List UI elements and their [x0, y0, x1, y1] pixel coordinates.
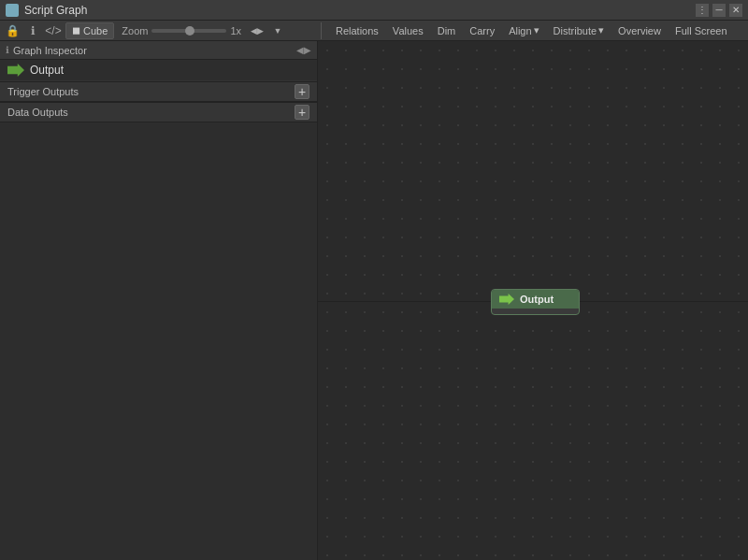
trigger-outputs-add-button[interactable]: +: [295, 84, 309, 99]
node-card-icon: [499, 294, 514, 305]
overview-button[interactable]: Overview: [611, 22, 668, 39]
values-button[interactable]: Values: [386, 22, 430, 39]
title-bar-left: Script Graph: [6, 4, 87, 17]
data-outputs-section: Data Outputs +: [0, 102, 317, 122]
lock-button[interactable]: 🔒: [4, 22, 21, 39]
title-bar: Script Graph ⋮ ─ ✕: [0, 0, 748, 21]
distribute-button[interactable]: Distribute ▾: [547, 22, 611, 39]
data-outputs-title: Data Outputs: [7, 107, 68, 118]
panel-collapse-button[interactable]: ◀▶: [296, 43, 311, 58]
minimize-button[interactable]: ─: [712, 4, 726, 17]
window-title: Script Graph: [24, 4, 87, 17]
left-panel: ℹ Graph Inspector ◀▶ Output Trigger Outp…: [0, 41, 318, 560]
trigger-outputs-title: Trigger Outputs: [7, 86, 79, 97]
cube-button[interactable]: ◼ Cube: [65, 22, 114, 39]
graph-inspector-title: Graph Inspector: [13, 45, 87, 56]
main-layout: ℹ Graph Inspector ◀▶ Output Trigger Outp…: [0, 41, 748, 560]
output-icon: [7, 64, 24, 77]
collapse-panel-button[interactable]: ◀▶: [249, 22, 266, 39]
trigger-outputs-section: Trigger Outputs +: [0, 81, 317, 102]
cube-icon: ◼: [72, 24, 80, 36]
graph-inspector-icon: ℹ: [6, 45, 9, 55]
toolbar-right: Relations Values Dim Carry Align ▾ Distr…: [324, 22, 744, 39]
code-button[interactable]: </>: [45, 22, 62, 39]
output-node-card[interactable]: Output: [491, 289, 580, 315]
dim-button[interactable]: Dim: [431, 22, 463, 39]
carry-button[interactable]: Carry: [463, 22, 501, 39]
output-item: Output: [0, 60, 317, 81]
data-outputs-add-button[interactable]: +: [295, 105, 309, 120]
script-graph-icon: [6, 4, 19, 17]
zoom-label: Zoom: [122, 25, 148, 36]
relations-button[interactable]: Relations: [329, 22, 385, 39]
align-button[interactable]: Align ▾: [502, 22, 545, 39]
zoom-slider-handle[interactable]: [185, 26, 194, 36]
menu-button[interactable]: ⋮: [696, 4, 709, 17]
close-button[interactable]: ✕: [729, 4, 742, 17]
toolbar: 🔒 ℹ </> ◼ Cube Zoom 1x ◀▶ ▼ Relations Va…: [0, 21, 748, 41]
info-button[interactable]: ℹ: [24, 22, 41, 39]
canvas-area[interactable]: Output: [318, 41, 748, 560]
node-card-title: Output: [520, 294, 554, 305]
zoom-value: 1x: [230, 25, 241, 36]
left-panel-header: ℹ Graph Inspector ◀▶: [0, 41, 317, 60]
node-card-body: [492, 309, 579, 314]
output-label: Output: [30, 64, 64, 77]
expand-panel-button[interactable]: ▼: [269, 22, 286, 39]
fullscreen-button[interactable]: Full Screen: [669, 22, 734, 39]
title-bar-controls: ⋮ ─ ✕: [696, 4, 742, 17]
toolbar-left: 🔒 ℹ </> ◼ Cube Zoom 1x ◀▶ ▼: [4, 22, 322, 39]
zoom-slider[interactable]: [151, 29, 226, 33]
node-card-header: Output: [492, 290, 579, 309]
